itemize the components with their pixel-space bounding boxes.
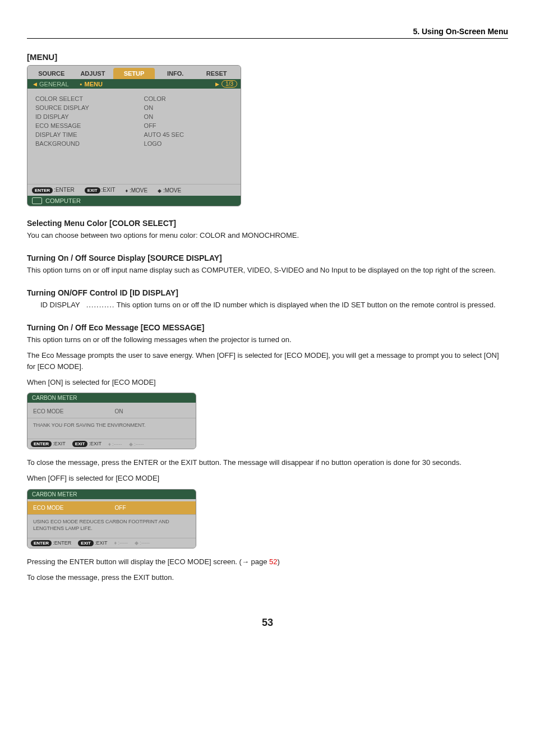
- enter-pill-icon: ENTER: [31, 540, 52, 546]
- enter-pill-icon: ENTER: [31, 441, 52, 447]
- updown-icon: ♦: [108, 441, 111, 447]
- section-header: 5. Using On-Screen Menu: [27, 27, 508, 39]
- osd-row-label: BACKGROUND: [35, 140, 144, 147]
- osd-tab-source: SOURCE: [31, 68, 72, 79]
- footer-enter: ENTER:ENTER: [32, 187, 75, 193]
- footer-move2-label: :MOVE: [163, 187, 181, 193]
- osd-small-title: CARBON METER: [27, 490, 196, 499]
- osd-small-row-label: ECO MODE: [33, 408, 115, 414]
- text-frag: Pressing the ENTER button will display t…: [27, 557, 242, 566]
- text-frag: ): [278, 557, 280, 566]
- footer-dash2: ◆ :-----: [129, 441, 144, 447]
- page-link-52[interactable]: 52: [269, 557, 277, 566]
- heading-menu: [MENU]: [27, 52, 508, 62]
- osd-sub-center: MENU: [84, 81, 213, 87]
- osd-row-label: COLOR SELECT: [35, 95, 144, 102]
- footer-enter-label: :EXIT: [53, 441, 66, 446]
- osd-carbon-meter-on: CARBON METER ECO MODE ON THANK YOU FOR S…: [27, 393, 196, 449]
- id-display-desc: This option turns on or off the ID numbe…: [117, 301, 496, 309]
- heading-color-select: Selecting Menu Color [COLOR SELECT]: [27, 219, 508, 228]
- osd-row: DISPLAY TIMEAUTO 45 SEC: [35, 130, 233, 139]
- osd-row-value: OFF: [144, 122, 233, 129]
- id-display-definition: ID DISPLAY ........... This option turns…: [40, 299, 508, 311]
- osd-small-row-value: OFF: [115, 505, 126, 511]
- footer-exit: EXIT:EXIT: [85, 187, 116, 193]
- triangle-left-icon: ◀: [31, 81, 39, 87]
- para-after-off-2: To close the message, press the EXIT but…: [27, 572, 508, 583]
- triangle-right-icon: ▶: [213, 81, 222, 87]
- arrow-right-icon: →: [242, 557, 249, 566]
- heading-source-display: Turning On / Off Source Display [SOURCE …: [27, 253, 508, 262]
- footer-enter-label: :ENTER: [54, 187, 75, 193]
- osd-row: BACKGROUNDLOGO: [35, 139, 233, 148]
- footer-exit-label: :EXIT: [89, 441, 102, 446]
- para-source-display: This option turns on or off input name d…: [27, 265, 508, 276]
- osd-tab-info: INFO.: [155, 68, 196, 79]
- osd-status-bar: COMPUTER: [27, 196, 241, 206]
- page-number: 53: [27, 617, 508, 629]
- osd-row-value: ON: [144, 104, 233, 111]
- id-display-dots: ...........: [86, 301, 115, 309]
- osd-small-text: THANK YOU FOR SAVING THE ENVIRONMENT.: [27, 418, 196, 439]
- heading-eco-message: Turning On / Off Eco Message [ECO MESSAG…: [27, 323, 508, 332]
- projector-icon: [32, 197, 42, 204]
- osd-tab-setup: SETUP: [113, 68, 155, 79]
- footer-dash-label: :-----: [112, 441, 122, 447]
- text-frag: page: [249, 557, 269, 566]
- osd-row-label: DISPLAY TIME: [35, 131, 144, 138]
- osd-row: SOURCE DISPLAYON: [35, 103, 233, 112]
- osd-tabs: SOURCE ADJUST SETUP INFO. RESET: [27, 66, 241, 79]
- page: 5. Using On-Screen Menu [MENU] SOURCE AD…: [0, 0, 535, 662]
- osd-row-value: COLOR: [144, 95, 233, 102]
- exit-pill-icon: EXIT: [85, 187, 100, 193]
- updown-icon: ♦: [126, 188, 128, 193]
- id-display-term: ID DISPLAY: [40, 299, 84, 311]
- osd-small-row: ECO MODE OFF: [27, 501, 196, 515]
- footer-dash2: ◆ :-----: [135, 540, 150, 546]
- osd-small-footer: ENTER:ENTER EXIT:EXIT ♦ :----- ◆ :-----: [27, 538, 196, 548]
- footer-enter: ENTER:ENTER: [31, 540, 71, 546]
- osd-small-row-value: ON: [115, 408, 123, 414]
- leftright-icon: ◆: [135, 540, 139, 546]
- para-eco-1: This option turns on or off the followin…: [27, 334, 508, 345]
- osd-sub-left: GENERAL: [39, 81, 80, 87]
- osd-row-label: ID DISPLAY: [35, 113, 144, 120]
- osd-tab-reset: RESET: [196, 68, 237, 79]
- enter-pill-icon: ENTER: [32, 187, 53, 193]
- osd-carbon-meter-off: CARBON METER ECO MODE OFF USING ECO MODE…: [27, 489, 196, 548]
- osd-row: ID DISPLAYON: [35, 112, 233, 121]
- osd-row-value: AUTO 45 SEC: [144, 131, 233, 138]
- para-after-on: To close the message, press the ENTER or…: [27, 457, 508, 468]
- osd-small-row-label: ECO MODE: [33, 505, 115, 511]
- footer-enter-label: :ENTER: [53, 540, 71, 546]
- para-color-select: You can choose between two options for m…: [27, 230, 508, 241]
- footer-dash-label: :-----: [140, 540, 150, 546]
- leftright-icon: ◆: [129, 441, 133, 447]
- osd-small-footer: ENTER:EXIT EXIT:EXIT ♦ :----- ◆ :-----: [27, 439, 196, 449]
- para-eco-2: The Eco Message prompts the user to save…: [27, 350, 508, 372]
- footer-move1-label: :MOVE: [130, 187, 147, 193]
- footer-exit-label: :EXIT: [102, 187, 116, 193]
- osd-row-label: SOURCE DISPLAY: [35, 104, 144, 111]
- osd-small-text: USING ECO MODE REDUCES CARBON FOOTPRINT …: [27, 515, 196, 538]
- osd-footer: ENTER:ENTER EXIT:EXIT ♦ :MOVE ◆ :MOVE: [27, 184, 241, 196]
- footer-dash-label: :-----: [134, 441, 144, 447]
- osd-small-row: ECO MODE ON: [27, 405, 196, 418]
- footer-exit: EXIT:EXIT: [78, 540, 107, 546]
- updown-icon: ♦: [114, 540, 117, 546]
- exit-pill-icon: EXIT: [72, 441, 88, 447]
- exit-pill-icon: EXIT: [78, 540, 94, 546]
- footer-dash1: ♦ :-----: [108, 441, 122, 447]
- osd-row: ECO MESSAGEOFF: [35, 121, 233, 130]
- footer-enter: ENTER:EXIT: [31, 441, 66, 447]
- footer-exit: EXIT:EXIT: [72, 441, 102, 447]
- footer-dash-label: :-----: [118, 540, 128, 546]
- osd-tab-adjust: ADJUST: [72, 68, 114, 79]
- osd-status-text: COMPUTER: [45, 197, 81, 204]
- label-when-on: When [ON] is selected for [ECO MODE]: [27, 377, 508, 388]
- label-when-off: When [OFF] is selected for [ECO MODE]: [27, 473, 508, 484]
- osd-row-label: ECO MESSAGE: [35, 122, 144, 129]
- para-after-off-1: Pressing the ENTER button will display t…: [27, 556, 508, 568]
- footer-move-leftright: ◆ :MOVE: [158, 187, 181, 193]
- heading-id-display: Turning ON/OFF Control ID [ID DISPLAY]: [27, 288, 508, 297]
